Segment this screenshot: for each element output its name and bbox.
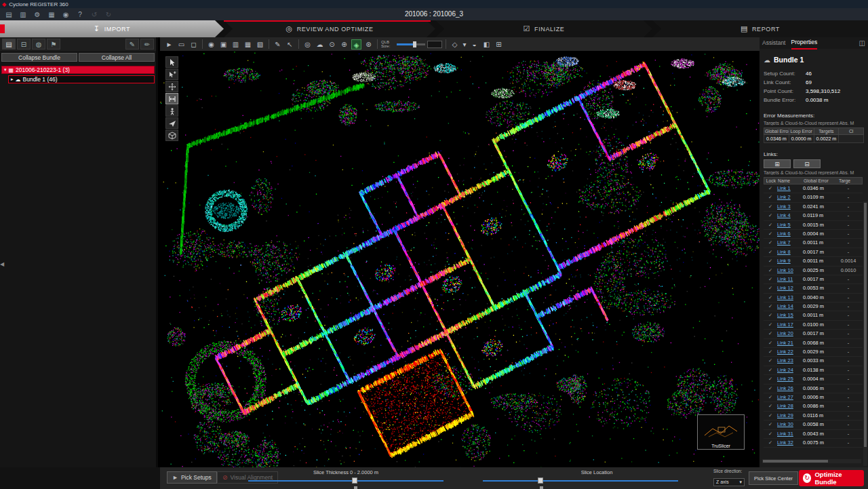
link-lock-check-icon[interactable]: ✓: [764, 184, 777, 193]
link-lock-check-icon[interactable]: ✓: [764, 267, 777, 275]
link-name[interactable]: Link 6: [777, 230, 803, 238]
pick-slice-center-button[interactable]: Pick Slice Center: [749, 471, 798, 485]
quad-view-icon[interactable]: ⊞: [494, 39, 504, 50]
link-row[interactable]: ✓ Link 30 0.0058 m -: [764, 420, 863, 429]
link-row[interactable]: ✓ Link 8 0.0017 m -: [764, 248, 863, 257]
workflow-step-review-and-optimize[interactable]: ◎ REVIEW AND OPTIMIZE: [224, 20, 435, 37]
link-name[interactable]: Link 10: [777, 267, 803, 275]
link-lock-check-icon[interactable]: ✓: [764, 439, 777, 447]
link-name[interactable]: Link 26: [777, 385, 803, 393]
link-lock-check-icon[interactable]: ✓: [764, 302, 777, 311]
caret-down-icon[interactable]: ▾: [4, 67, 7, 73]
tab-properties[interactable]: Properties: [791, 37, 818, 50]
caret-right-icon[interactable]: ▸: [11, 77, 14, 82]
link-name[interactable]: Link 2: [777, 193, 803, 201]
link-name[interactable]: Link 1: [777, 184, 803, 193]
link-row[interactable]: ✓ Link 2 0.0109 m -: [764, 193, 863, 202]
slice-direction-select[interactable]: Z axis ▾: [713, 478, 745, 486]
slice-location-slider[interactable]: [483, 480, 678, 482]
orbit-cube-icon[interactable]: [165, 130, 178, 141]
truslicer-minimap[interactable]: TruSlicer: [697, 414, 745, 450]
link-name[interactable]: Link 25: [777, 375, 803, 383]
link-row[interactable]: ✓ Link 28 0.0086 m -: [764, 402, 863, 411]
link-lock-check-icon[interactable]: ✓: [764, 294, 777, 302]
fly-mode-icon[interactable]: [165, 117, 178, 129]
link-row[interactable]: ✓ Link 17 0.0100 m -: [764, 321, 863, 330]
link-row[interactable]: ✓ Link 12 0.0053 m -: [764, 284, 863, 293]
select-add-icon[interactable]: [165, 69, 178, 80]
edit-tool-icon[interactable]: ✎: [125, 39, 139, 50]
link-row[interactable]: ✓ Link 22 0.0029 m -: [764, 348, 863, 357]
link-row[interactable]: ✓ Link 1 0.0346 m -: [764, 184, 863, 193]
link-lock-check-icon[interactable]: ✓: [764, 203, 777, 211]
qlb-size-value[interactable]: [427, 41, 442, 48]
view-cube-dropdown-icon[interactable]: ▾: [462, 39, 467, 50]
link-name[interactable]: Link 5: [777, 221, 803, 229]
collapse-bundle-button[interactable]: Collapse Bundle: [1, 53, 77, 62]
link-lock-check-icon[interactable]: ✓: [764, 257, 777, 265]
tree-item-project[interactable]: ▾ ▦ 201006-210223-1 (3): [1, 66, 155, 74]
link-row[interactable]: ✓ Link 32 0.0075 m -: [764, 439, 863, 448]
link-name[interactable]: Link 3: [777, 203, 803, 211]
link-name[interactable]: Link 9: [777, 257, 803, 265]
link-row[interactable]: ✓ Link 21 0.0068 m -: [764, 339, 863, 348]
rectangle-select-icon[interactable]: ▭: [176, 39, 186, 50]
pick-point-icon[interactable]: ↖: [285, 39, 295, 50]
modules-icon[interactable]: ▦: [47, 11, 56, 18]
settings-icon[interactable]: ⚙: [33, 11, 42, 18]
camera-icon[interactable]: ◉: [206, 39, 216, 50]
point-cloud-canvas[interactable]: [160, 51, 760, 467]
save-icon[interactable]: ▥: [18, 11, 28, 18]
target-pin-icon[interactable]: ◈: [351, 39, 361, 50]
link-row[interactable]: ✓ Link 27 0.0006 m -: [764, 393, 863, 402]
link-lock-check-icon[interactable]: ✓: [764, 339, 777, 347]
pan-icon[interactable]: [165, 81, 178, 92]
seek-measure-icon[interactable]: [165, 93, 178, 104]
link-name[interactable]: Link 11: [777, 275, 803, 283]
link-lock-check-icon[interactable]: ✓: [764, 248, 777, 256]
pick-setups-button[interactable]: ► Pick Setups: [167, 471, 217, 484]
link-name[interactable]: Link 20: [777, 330, 803, 338]
link-name[interactable]: Link 30: [777, 420, 803, 429]
link-row[interactable]: ✓ Link 4 0.0119 m -: [764, 212, 863, 220]
pointer-select-icon[interactable]: ►: [164, 39, 174, 50]
link-row[interactable]: ✓ Link 3 0.0241 m -: [764, 203, 863, 212]
auto-target-icon[interactable]: ⊛: [363, 39, 374, 50]
link-row[interactable]: ✓ Link 11 0.0017 m -: [764, 275, 863, 284]
link-lock-check-icon[interactable]: ✓: [764, 275, 777, 283]
link-name[interactable]: Link 8: [777, 248, 803, 256]
link-row[interactable]: ✓ Link 6 0.0004 m -: [764, 230, 863, 239]
link-lock-check-icon[interactable]: ✓: [764, 284, 777, 292]
link-name[interactable]: Link 4: [777, 212, 803, 220]
link-lock-check-icon[interactable]: ✓: [764, 375, 777, 383]
link-row[interactable]: ✓ Link 23 0.0033 m -: [764, 357, 863, 366]
link-row[interactable]: ✓ Link 9 0.0011 m 0.0014: [764, 257, 863, 266]
screen-view-icon[interactable]: ▥: [231, 39, 241, 50]
link-lock-check-icon[interactable]: ✓: [764, 230, 777, 238]
link-row[interactable]: ✓ Link 25 0.0004 m -: [764, 375, 863, 384]
link-name[interactable]: Link 17: [777, 321, 803, 329]
slice-location-handle[interactable]: [538, 477, 543, 484]
snapshot-icon[interactable]: ▣: [218, 39, 229, 50]
link-lock-check-icon[interactable]: ✓: [764, 212, 777, 220]
split-view-icon[interactable]: ◧: [481, 39, 492, 50]
zoom-window-icon[interactable]: ◻: [189, 39, 199, 50]
link-lock-check-icon[interactable]: ✓: [764, 193, 777, 201]
link-row[interactable]: ✓ Link 13 0.0040 m -: [764, 294, 863, 302]
optimize-bundle-button[interactable]: ↻ Optimize Bundle: [799, 470, 864, 486]
link-name[interactable]: Link 13: [777, 294, 803, 302]
remove-link-button[interactable]: ⊟: [793, 159, 821, 168]
slicer-pen-icon[interactable]: ✎: [273, 39, 283, 50]
link-name[interactable]: Link 7: [777, 239, 803, 247]
visual-registration-icon[interactable]: ◎: [302, 39, 313, 50]
workflow-step-import[interactable]: ↧ IMPORT: [0, 20, 224, 37]
link-lock-check-icon[interactable]: ✓: [764, 239, 777, 247]
help-icon[interactable]: ?: [75, 11, 85, 18]
link-name[interactable]: Link 24: [777, 366, 803, 374]
link-name[interactable]: Link 28: [777, 402, 803, 410]
slice-thickness-handle[interactable]: [352, 477, 357, 484]
link-name[interactable]: Link 22: [777, 348, 803, 356]
pano-view-icon[interactable]: ▧: [255, 39, 265, 50]
tab-flags[interactable]: ⚑: [47, 39, 60, 50]
tab-setups[interactable]: ▤: [2, 39, 16, 50]
